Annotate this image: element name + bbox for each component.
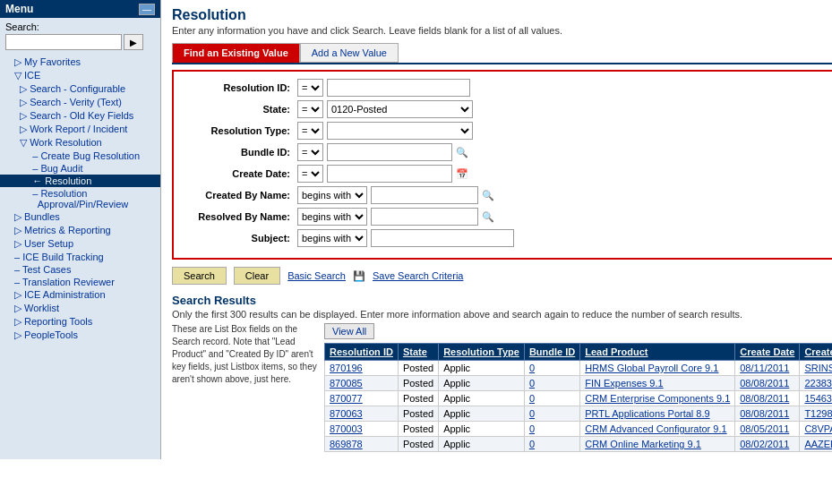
clear-button[interactable]: Clear <box>234 267 280 285</box>
input-created-by-name[interactable] <box>371 186 478 204</box>
cell-lead-product: FIN Expenses 9.1 <box>580 376 735 391</box>
cell-res-type: Applic <box>439 391 525 406</box>
input-resolved-by-name[interactable] <box>371 208 478 226</box>
link-lead-product[interactable]: HRMS Global Payroll Core 9.1 <box>585 363 718 373</box>
link-created-by-id[interactable]: 22383 <box>804 378 832 389</box>
sidebar-item-work-resolution[interactable]: ▽ Work Resolution <box>0 136 160 149</box>
col-header-resolution-id: Resolution ID <box>325 344 399 361</box>
col-sort-lead-product[interactable]: Lead Product <box>585 346 648 357</box>
sidebar-item-ice-build[interactable]: – ICE Build Tracking <box>0 251 160 263</box>
input-subject[interactable] <box>371 229 514 247</box>
sidebar-item-reporting-tools[interactable]: ▷ Reporting Tools <box>0 315 160 329</box>
op-select-state[interactable]: = <box>297 100 323 118</box>
link-created-by-id[interactable]: C8VPATEL <box>804 423 832 434</box>
sidebar-search-go-button[interactable]: ▶ <box>124 34 143 50</box>
form-row-resolution-type: Resolution Type: = <box>181 122 832 140</box>
link-created-by-id[interactable]: T12987 <box>804 408 832 419</box>
select-resolution-type[interactable] <box>327 122 473 140</box>
sidebar-item-search-old-key[interactable]: ▷ Search - Old Key Fields <box>0 109 160 123</box>
input-bundle-id[interactable] <box>327 143 452 161</box>
link-create-date[interactable]: 08/02/2011 <box>740 439 789 449</box>
sidebar-item-people-tools[interactable]: ▷ PeopleTools <box>0 329 160 342</box>
col-sort-create-date[interactable]: Create Date <box>740 346 794 357</box>
col-header-lead-product: Lead Product <box>580 344 735 361</box>
cell-created-by-id: 22383 <box>800 376 832 391</box>
link-bundle-id[interactable]: 0 <box>529 439 535 449</box>
link-res-id[interactable]: 870085 <box>330 378 363 389</box>
sidebar-item-work-report[interactable]: ▷ Work Report / Incident <box>0 123 160 136</box>
search-icon-bundle-id[interactable]: 🔍 <box>455 145 469 159</box>
sidebar-item-metrics[interactable]: ▷ Metrics & Reporting <box>0 224 160 237</box>
link-bundle-id[interactable]: 0 <box>529 363 535 373</box>
sidebar-item-bundles[interactable]: ▷ Bundles <box>0 210 160 224</box>
sidebar-search-input[interactable] <box>5 34 122 50</box>
col-sort-resolution-id[interactable]: Resolution ID <box>330 346 393 357</box>
link-create-date[interactable]: 08/08/2011 <box>740 393 789 404</box>
sidebar-item-user-setup[interactable]: ▷ User Setup <box>0 237 160 251</box>
sidebar-item-ice[interactable]: ▽ ICE <box>0 69 160 82</box>
select-state[interactable]: 0120-Posted <box>327 100 473 118</box>
col-sort-bundle-id[interactable]: Bundle ID <box>529 346 575 357</box>
op-select-created-by-name[interactable]: begins with <box>297 186 367 204</box>
col-sort-resolution-type[interactable]: Resolution Type <box>443 346 519 357</box>
save-criteria-link[interactable]: Save Search Criteria <box>373 270 464 281</box>
sidebar-item-translation-reviewer[interactable]: – Translation Reviewer <box>0 276 160 288</box>
op-select-resolution-type[interactable]: = <box>297 122 323 140</box>
link-lead-product[interactable]: PRTL Applications Portal 8.9 <box>585 408 709 419</box>
link-bundle-id[interactable]: 0 <box>529 423 535 434</box>
input-create-date[interactable] <box>327 165 452 183</box>
op-select-resolution-id[interactable]: = <box>297 79 323 97</box>
link-lead-product[interactable]: CRM Advanced Configurator 9.1 <box>585 423 726 434</box>
sidebar-item-bug-audit[interactable]: – Bug Audit <box>0 162 160 175</box>
cell-bundle-id: 0 <box>524 406 579 422</box>
value-subject <box>371 229 514 247</box>
search-icon-resolved-by-name[interactable]: 🔍 <box>481 209 495 224</box>
cell-create-date: 08/05/2011 <box>735 422 800 437</box>
view-all-button[interactable]: View All <box>324 323 374 339</box>
col-sort-state[interactable]: State <box>403 346 427 357</box>
link-create-date[interactable]: 08/11/2011 <box>740 363 789 373</box>
tab-find-existing[interactable]: Find an Existing Value <box>172 43 300 63</box>
sidebar-item-search-configurable[interactable]: ▷ Search - Configurable <box>0 82 160 96</box>
link-lead-product[interactable]: FIN Expenses 9.1 <box>585 378 663 389</box>
sidebar-item-resolution-approval[interactable]: – Resolution Approval/Pin/Review <box>0 187 160 210</box>
link-lead-product[interactable]: CRM Online Marketing 9.1 <box>585 439 701 449</box>
link-create-date[interactable]: 08/05/2011 <box>740 423 789 434</box>
calendar-icon-create-date[interactable]: 📅 <box>455 167 469 181</box>
input-resolution-id[interactable] <box>327 79 470 97</box>
value-create-date: 📅 <box>327 165 469 183</box>
col-sort-created-by-id[interactable]: Created By ID <box>804 346 832 357</box>
link-res-id[interactable]: 870196 <box>330 363 363 373</box>
op-select-subject[interactable]: begins with <box>297 229 367 247</box>
link-res-id[interactable]: 870063 <box>330 408 363 419</box>
link-res-id[interactable]: 870077 <box>330 393 363 404</box>
link-res-id[interactable]: 869878 <box>330 439 363 449</box>
link-lead-product[interactable]: CRM Enterprise Components 9.1 <box>585 393 730 404</box>
link-created-by-id[interactable]: AAZEEM <box>804 439 832 449</box>
tab-add-new[interactable]: Add a New Value <box>300 43 399 63</box>
link-bundle-id[interactable]: 0 <box>529 393 535 404</box>
link-res-id[interactable]: 870003 <box>330 423 363 434</box>
link-create-date[interactable]: 08/08/2011 <box>740 378 789 389</box>
op-select-bundle-id[interactable]: = <box>297 143 323 161</box>
sidebar-minimize-button[interactable]: — <box>139 4 155 15</box>
cell-state: Posted <box>398 391 438 406</box>
sidebar-item-resolution[interactable]: ← Resolution <box>0 175 160 187</box>
basic-search-link[interactable]: Basic Search <box>287 270 346 281</box>
link-create-date[interactable]: 08/08/2011 <box>740 408 789 419</box>
sidebar-search-area: Search: ▶ <box>0 18 160 54</box>
sidebar-item-test-cases[interactable]: – Test Cases <box>0 263 160 276</box>
sidebar-item-create-bug[interactable]: – Create Bug Resolution <box>0 149 160 162</box>
sidebar-item-search-verity[interactable]: ▷ Search - Verity (Text) <box>0 96 160 109</box>
link-bundle-id[interactable]: 0 <box>529 408 535 419</box>
sidebar-item-my-favorites[interactable]: ▷ My Favorites <box>0 56 160 69</box>
op-select-resolved-by-name[interactable]: begins with <box>297 208 367 226</box>
sidebar-item-worklist[interactable]: ▷ Worklist <box>0 302 160 315</box>
link-created-by-id[interactable]: SRINSHAR <box>804 363 832 373</box>
sidebar-item-ice-admin[interactable]: ▷ ICE Administration <box>0 288 160 302</box>
link-bundle-id[interactable]: 0 <box>529 378 535 389</box>
link-created-by-id[interactable]: 15463 <box>804 393 832 404</box>
op-select-create-date[interactable]: = <box>297 165 323 183</box>
search-button[interactable]: Search <box>172 267 227 285</box>
search-icon-created-by-name[interactable]: 🔍 <box>481 188 495 202</box>
